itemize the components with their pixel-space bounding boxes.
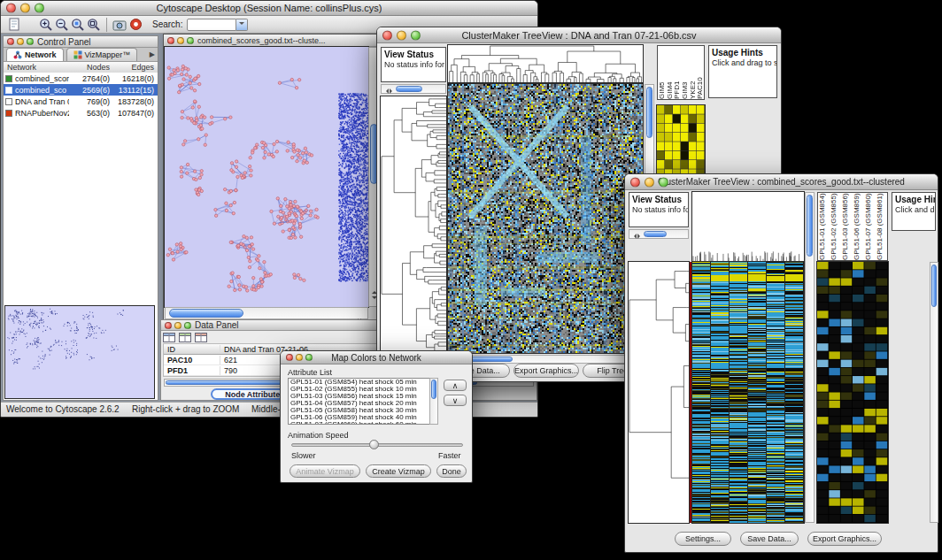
heatmap-horizontal-scrollbar[interactable] xyxy=(448,355,643,364)
network-view-titlebar[interactable]: combined_scores_good.txt--cluste... xyxy=(164,35,380,47)
zoom-button[interactable] xyxy=(411,30,421,40)
close-button[interactable] xyxy=(382,30,392,40)
main-vertical-scrollbar[interactable] xyxy=(805,192,815,523)
column-header-network[interactable]: Network xyxy=(4,63,69,72)
global-heatmap-canvas[interactable] xyxy=(692,262,804,523)
zoom-selected-icon[interactable] xyxy=(70,17,86,33)
gene-label[interactable] xyxy=(708,160,777,169)
gene-label[interactable] xyxy=(708,105,777,114)
scrollbar-thumb[interactable] xyxy=(646,87,652,138)
control-panel-titlebar[interactable]: Control Panel xyxy=(4,36,158,48)
gene-label[interactable] xyxy=(892,465,929,473)
move-down-button[interactable]: ∨ xyxy=(444,395,467,406)
gene-label[interactable] xyxy=(708,114,777,123)
gene-label[interactable] xyxy=(892,327,929,335)
search-input[interactable] xyxy=(187,19,236,31)
attribute-list-item[interactable]: GPL51-05 (GSM858) heat shock 30 min xyxy=(289,407,437,414)
gene-label[interactable] xyxy=(892,360,929,368)
zoom-in-icon[interactable] xyxy=(38,17,54,33)
scroll-left-arrow-icon[interactable] xyxy=(631,226,637,242)
network-list-row[interactable]: combined_scores 2764(0) 16218(0) xyxy=(4,73,158,84)
network-overview-canvas[interactable] xyxy=(5,306,154,398)
gene-label[interactable] xyxy=(892,262,929,270)
gene-label[interactable] xyxy=(892,425,929,433)
dialog-titlebar[interactable]: Map Colors to Network xyxy=(281,351,472,364)
scrollbar-thumb[interactable] xyxy=(431,380,436,399)
close-button[interactable] xyxy=(165,322,172,329)
column-dendrogram-canvas[interactable] xyxy=(448,45,643,82)
zoom-column-label[interactable]: GIM3 xyxy=(681,46,689,99)
column-label[interactable]: GPL51-07 (GSM860) heat shock 60 min xyxy=(864,193,876,260)
gene-label[interactable] xyxy=(708,133,777,142)
gene-label[interactable] xyxy=(892,515,929,523)
column-label[interactable]: GPL51-08 (GSM861) heat shock 80 min xyxy=(876,193,887,260)
gene-label[interactable] xyxy=(892,311,929,318)
zoom-column-label[interactable]: PAC10 xyxy=(696,46,704,99)
gene-label[interactable] xyxy=(892,319,929,327)
network-list-row[interactable]: DNA and Tran 07 769(0) 183728(0) xyxy=(4,96,158,107)
tab-overflow-button[interactable]: ▶ xyxy=(150,50,155,58)
gene-label[interactable] xyxy=(892,335,929,343)
gene-label[interactable] xyxy=(892,295,929,303)
gene-label[interactable] xyxy=(892,270,929,278)
close-button[interactable] xyxy=(7,38,14,45)
column-header-nodes[interactable]: Nodes xyxy=(69,63,110,72)
attribute-list-item[interactable]: GPL51-01 (GSM854) heat shock 05 min xyxy=(289,379,437,386)
treeview-combined-titlebar[interactable]: ClusterMaker TreeView : combined_scores_… xyxy=(625,174,938,190)
zoom-column-label[interactable]: GIM5 xyxy=(658,46,666,99)
zoom-button[interactable] xyxy=(27,38,34,45)
column-dendrogram-canvas[interactable] xyxy=(692,192,804,261)
dendrogram-horizontal-scrollbar[interactable] xyxy=(629,229,689,239)
gene-label[interactable] xyxy=(708,142,777,150)
scrollbar-thumb[interactable] xyxy=(644,231,667,237)
export-graphics-button[interactable]: Export Graphics... xyxy=(807,532,882,546)
minimize-button[interactable] xyxy=(177,37,184,44)
gene-label[interactable] xyxy=(892,490,929,498)
tab-network[interactable]: Network xyxy=(6,48,64,61)
attribute-list-item[interactable]: GPL51-07 (GSM860) heat shock 60 min xyxy=(289,421,437,425)
dendrogram-horizontal-scrollbar[interactable] xyxy=(381,84,446,94)
create-attribute-icon[interactable] xyxy=(179,333,191,342)
gene-label[interactable] xyxy=(892,482,929,490)
scrollbar-thumb[interactable] xyxy=(396,86,422,92)
scrollbar-thumb[interactable] xyxy=(931,265,937,307)
scroll-right-arrow-icon[interactable] xyxy=(390,81,395,97)
attribute-list-item[interactable]: GPL51-04 (GSM857) heat shock 20 min xyxy=(289,400,437,407)
gene-label[interactable] xyxy=(892,417,929,425)
network-horizontal-scrollbar[interactable] xyxy=(165,307,368,319)
scrollbar-thumb[interactable] xyxy=(807,195,813,257)
zoom-button[interactable] xyxy=(187,37,194,44)
attribute-list-item[interactable]: GPL51-03 (GSM856) heat shock 15 min xyxy=(289,393,437,400)
zoom-out-icon[interactable] xyxy=(54,17,70,33)
treeview-dna-titlebar[interactable]: ClusterMaker TreeView : DNA and Tran 07-… xyxy=(377,27,781,43)
search-dropdown-button[interactable] xyxy=(236,19,248,31)
gene-label[interactable] xyxy=(708,151,777,160)
cytoscape-titlebar[interactable]: Cytoscape Desktop (Session Name: collins… xyxy=(1,1,537,16)
snapshot-icon[interactable] xyxy=(112,17,127,33)
column-label[interactable]: GPL51-06 (GSM859) heat shock 40 min xyxy=(853,193,864,260)
global-heatmap-canvas[interactable] xyxy=(448,84,643,353)
help-icon[interactable] xyxy=(127,17,143,33)
minimize-button[interactable] xyxy=(296,354,303,361)
close-button[interactable] xyxy=(630,177,640,187)
gene-label[interactable] xyxy=(892,457,929,465)
gene-label[interactable] xyxy=(892,393,929,401)
gene-label[interactable] xyxy=(892,343,929,351)
animation-speed-slider-thumb[interactable] xyxy=(369,440,379,449)
column-header-edges[interactable]: Edges xyxy=(110,63,156,72)
close-button[interactable] xyxy=(6,4,16,13)
zoom-button[interactable] xyxy=(659,177,668,187)
minimize-button[interactable] xyxy=(645,177,654,187)
gene-label[interactable] xyxy=(892,368,929,376)
scroll-right-arrow-icon[interactable] xyxy=(637,226,643,242)
gene-label[interactable] xyxy=(892,449,929,457)
export-graphics-button[interactable]: Export Graphics... xyxy=(513,364,579,378)
zoom-column-label[interactable]: PFD1 xyxy=(673,46,681,99)
network-list-row[interactable]: combined_sco 2569(6) 13112(15) xyxy=(4,84,158,96)
create-vizmap-button[interactable]: Create Vizmap xyxy=(366,464,431,478)
zoom-button[interactable] xyxy=(305,354,313,361)
gene-label[interactable] xyxy=(892,441,929,449)
column-header-id[interactable]: ID xyxy=(164,345,220,354)
settings-button[interactable]: Settings... xyxy=(675,532,731,546)
column-label[interactable]: GPL51-02 (GSM855) heat shock 10 min xyxy=(830,193,841,260)
